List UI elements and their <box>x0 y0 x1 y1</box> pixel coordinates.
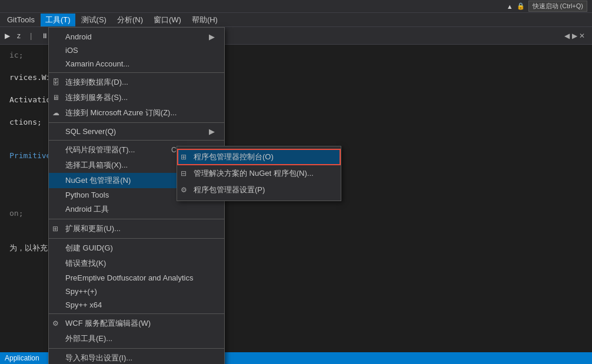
menu-android-tools[interactable]: Android 工具 <box>49 202 224 217</box>
menu-external-label: 外部工具(E)... <box>65 333 112 344</box>
menu-ios-label: iOS <box>65 46 78 55</box>
menu-python-label: Python Tools <box>65 191 109 199</box>
sep-7 <box>49 348 224 349</box>
menu-guid-label: 创建 GUID(G) <box>65 243 113 253</box>
menu-connect-server-label: 连接到服务器(S)... <box>65 92 128 103</box>
top-icon-2: 🔒 <box>517 2 525 10</box>
menu-connect-azure-label: 连接到 Microsoft Azure 订阅(Z)... <box>65 108 177 118</box>
menu-extensions[interactable]: ⊞ 扩展和更新(U)... <box>49 221 224 236</box>
menu-preemptive-label: PreEmptive Dotfuscator and Analytics <box>65 273 194 282</box>
sep-5 <box>49 238 224 239</box>
sep-3 <box>49 140 224 141</box>
server-icon: 🖥 <box>52 93 59 102</box>
top-bar: ▲ 🔒 快速启动 (Ctrl+Q) <box>0 0 592 13</box>
submenu-manage-packages[interactable]: ⊟ 管理解决方案的 NuGet 程序包(N)... <box>177 165 341 182</box>
toolbar-btn-z[interactable]: z <box>15 31 23 41</box>
console-icon: ⊞ <box>181 153 187 161</box>
sep-6 <box>49 313 224 314</box>
android-arrow-icon: ▶ <box>209 32 215 41</box>
menu-window[interactable]: 窗口(W) <box>149 14 186 26</box>
menu-wcf[interactable]: ⚙ WCF 服务配置编辑器(W) <box>49 316 224 331</box>
ext-icon: ⊞ <box>52 225 58 233</box>
menu-help[interactable]: 帮助(H) <box>187 14 222 26</box>
manage-pkg-icon: ⊟ <box>181 169 187 178</box>
quick-launch-box[interactable]: 快速启动 (Ctrl+Q) <box>528 1 587 12</box>
menu-spy-x64-label: Spy++ x64 <box>65 300 102 309</box>
menu-create-guid[interactable]: 创建 GUID(G) <box>49 241 224 256</box>
menu-analyze[interactable]: 分析(N) <box>112 14 148 26</box>
menu-connect-db[interactable]: 🗄 连接到数据库(D)... <box>49 75 224 90</box>
sep-1 <box>49 72 224 73</box>
menu-import-label: 导入和导出设置(I)... <box>65 353 132 363</box>
menu-test[interactable]: 测试(S) <box>77 14 111 26</box>
db-icon: 🗄 <box>52 78 59 86</box>
sql-arrow-icon: ▶ <box>209 127 215 136</box>
menu-sql-label: SQL Server(Q) <box>65 127 116 136</box>
menu-xamarin-label: Xamarin Account... <box>65 59 129 68</box>
submenu-manage-label: 管理解决方案的 NuGet 程序包(N)... <box>194 168 314 179</box>
menu-spy-x64[interactable]: Spy++ x64 <box>49 298 224 312</box>
menu-nuget-label: NuGet 包管理器(N) <box>65 175 131 186</box>
menu-android[interactable]: Android ▶ <box>49 30 224 44</box>
menu-toolbox-label: 选择工具箱项(X)... <box>65 160 128 171</box>
sep-4 <box>49 219 224 219</box>
wcf-icon: ⚙ <box>52 319 59 328</box>
menu-import-export[interactable]: 导入和导出设置(I)... <box>49 350 224 364</box>
cloud-icon: ☁ <box>52 109 59 117</box>
menu-android-tools-label: Android 工具 <box>65 204 109 215</box>
sep-2 <box>49 122 224 123</box>
top-icon-1: ▲ <box>507 3 513 10</box>
menu-connect-azure[interactable]: ☁ 连接到 Microsoft Azure 订阅(Z)... <box>49 105 224 121</box>
menu-connect-db-label: 连接到数据库(D)... <box>65 77 128 88</box>
nuget-submenu: ⊞ 程序包管理器控制台(O) ⊟ 管理解决方案的 NuGet 程序包(N)...… <box>177 146 341 201</box>
toolbar-nav-arrows: ◀ ▶ ✕ <box>564 32 592 40</box>
status-text: Application <box>5 354 39 362</box>
menu-extensions-label: 扩展和更新(U)... <box>65 223 121 234</box>
nuget-submenu-container: ⊞ 程序包管理器控制台(O) ⊟ 管理解决方案的 NuGet 程序包(N)...… <box>177 146 341 201</box>
menu-connect-server[interactable]: 🖥 连接到服务器(S)... <box>49 90 224 105</box>
submenu-package-console[interactable]: ⊞ 程序包管理器控制台(O) <box>177 149 341 165</box>
menu-wcf-label: WCF 服务配置编辑器(W) <box>65 318 151 329</box>
pkg-settings-icon: ⚙ <box>181 186 187 194</box>
menu-android-label: Android <box>65 32 92 41</box>
submenu-console-label: 程序包管理器控制台(O) <box>194 152 274 162</box>
menu-gittools[interactable]: GitTools <box>2 14 39 25</box>
menu-sql-server[interactable]: SQL Server(Q) ▶ <box>49 125 224 138</box>
menu-tools[interactable]: 工具(T) <box>41 14 75 26</box>
menu-snippet-label: 代码片段管理器(T)... <box>65 145 135 155</box>
menu-error-lookup[interactable]: 错误查找(K) <box>49 256 224 271</box>
menu-xamarin[interactable]: Xamarin Account... <box>49 57 224 71</box>
menu-preemptive[interactable]: PreEmptive Dotfuscator and Analytics <box>49 271 224 285</box>
menu-spy-plus[interactable]: Spy++(+) <box>49 285 224 298</box>
submenu-pkg-settings[interactable]: ⚙ 程序包管理器设置(P) <box>177 182 341 198</box>
menu-error-label: 错误查找(K) <box>65 258 106 269</box>
menu-external-tools[interactable]: 外部工具(E)... <box>49 331 224 346</box>
menu-spy-label: Spy++(+) <box>65 287 97 296</box>
menu-ios[interactable]: iOS <box>49 44 224 57</box>
submenu-settings-label: 程序包管理器设置(P) <box>194 185 265 195</box>
menu-bar: GitTools 工具(T) 测试(S) 分析(N) 窗口(W) 帮助(H) <box>0 13 592 27</box>
toolbar-btn-play[interactable]: ▶ <box>2 31 12 41</box>
